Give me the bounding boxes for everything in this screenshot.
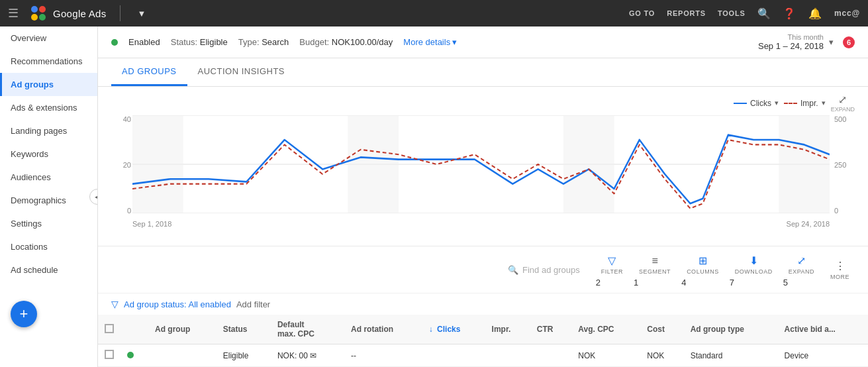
- row-avg-cpc: NOK: [571, 344, 640, 367]
- row-default-max-cpc: NOK: 00 ✉: [271, 344, 344, 367]
- download-button[interactable]: ⬇ DOWNLOAD: [730, 252, 778, 278]
- sidebar-item-ad-groups[interactable]: Ad groups: [0, 73, 97, 96]
- row-status-dot-cell: [121, 344, 148, 367]
- search-box[interactable]: 🔍 Find ad groups: [508, 265, 580, 275]
- sidebar-item-overview[interactable]: Overview: [0, 26, 97, 50]
- filter-button[interactable]: ▽ FILTER: [596, 252, 628, 278]
- row-status: Eligible: [217, 344, 271, 367]
- th-ad-group-type[interactable]: Ad group type: [684, 315, 778, 344]
- row-checkbox[interactable]: [105, 350, 114, 359]
- sidebar-item-ad-schedule[interactable]: Ad schedule: [0, 258, 97, 282]
- search-placeholder: Find ad groups: [522, 265, 580, 275]
- sidebar-item-keywords[interactable]: Keywords: [0, 142, 97, 166]
- sidebar: OverviewRecommendationsAd groupsAds & ex…: [0, 26, 98, 367]
- fab-button[interactable]: +: [11, 301, 37, 327]
- th-active-bid[interactable]: Active bid a...: [778, 315, 868, 344]
- th-impr[interactable]: Impr.: [485, 315, 530, 344]
- search-icon[interactable]: 🔍: [757, 7, 771, 20]
- sidebar-item-recommendations[interactable]: Recommendations: [0, 50, 97, 73]
- sidebar-item-demographics[interactable]: Demographics: [0, 189, 97, 212]
- svg-rect-8: [348, 115, 399, 213]
- tab-ad-groups[interactable]: AD GROUPS: [111, 58, 187, 86]
- tools-link[interactable]: TOOLS: [718, 9, 746, 17]
- campaign-arrow-icon: ▼: [138, 9, 146, 19]
- chart-svg: [132, 115, 830, 213]
- row-ad-group: [148, 344, 217, 367]
- segment-number-badge: 1: [634, 278, 638, 288]
- legend-impr[interactable]: Impr. ▾: [784, 99, 826, 108]
- campaign-dropdown[interactable]: ▼: [134, 9, 146, 19]
- goto-link[interactable]: GO TO: [629, 9, 655, 17]
- row-checkbox-cell[interactable]: [98, 344, 121, 367]
- row-ad-group-type: Standard: [684, 344, 778, 367]
- tabs-row: AD GROUPSAUCTION INSIGHTS: [98, 58, 868, 87]
- th-checkbox[interactable]: [98, 315, 121, 344]
- th-avg-cpc[interactable]: Avg. CPC: [571, 315, 640, 344]
- th-status[interactable]: Status: [217, 315, 271, 344]
- table-row: EligibleNOK: 00 ✉--NOKNOKStandardDevice: [98, 344, 868, 367]
- sidebar-item-audiences[interactable]: Audiences: [0, 166, 97, 189]
- more-icon: ⋮: [835, 260, 845, 272]
- sidebar-item-locations[interactable]: Locations: [0, 235, 97, 258]
- sidebar-item-settings[interactable]: Settings: [0, 212, 97, 235]
- sidebar-item-ads---extensions[interactable]: Ads & extensions: [0, 96, 97, 119]
- th-ad-rotation[interactable]: Ad rotation: [344, 315, 422, 344]
- chart-start-date: Sep 1, 2018: [132, 220, 171, 228]
- tab-auction-insights[interactable]: AUCTION INSIGHTS: [187, 58, 296, 86]
- legend-clicks[interactable]: Clicks ▾: [734, 99, 779, 108]
- reports-link[interactable]: REPORTS: [667, 9, 706, 17]
- th-ad-group[interactable]: Ad group: [148, 315, 217, 344]
- th-cost[interactable]: Cost: [640, 315, 683, 344]
- avatar-text[interactable]: mcc@: [834, 9, 860, 18]
- status-label: Status: Eligible: [171, 37, 228, 47]
- more-button[interactable]: ⋮ MORE: [825, 257, 855, 283]
- th-clicks[interactable]: ↓ Clicks: [422, 315, 485, 344]
- segment-btn-wrapper: ≡ SEGMENT 1: [634, 252, 676, 288]
- type-label: Type: Search: [238, 37, 289, 47]
- chart-end-date: Sep 24, 2018: [787, 220, 830, 228]
- svg-rect-10: [779, 115, 830, 213]
- segment-button[interactable]: ≡ SEGMENT: [634, 252, 676, 278]
- more-details-link[interactable]: More details ▾: [403, 37, 457, 47]
- header-checkbox[interactable]: [105, 324, 114, 333]
- expand-number-badge: 5: [783, 278, 788, 288]
- columns-number-badge: 4: [681, 278, 686, 288]
- filter-icon: ▽: [608, 254, 616, 267]
- budget-label: Budget: NOK100.00/day: [299, 37, 393, 47]
- main-layout: OverviewRecommendationsAd groupsAds & ex…: [0, 26, 868, 367]
- svg-point-0: [31, 6, 38, 13]
- expand-icon: ⤢: [797, 254, 806, 267]
- svg-point-3: [39, 14, 46, 21]
- chart-expand-button[interactable]: ⤢ EXPAND: [831, 93, 855, 113]
- status-circle: [127, 352, 134, 358]
- date-range-display: This month Sep 1 – 24, 2018: [758, 33, 824, 51]
- th-default-cpc[interactable]: Defaultmax. CPC: [271, 315, 344, 344]
- number-badge: 6: [843, 36, 855, 48]
- hamburger-icon[interactable]: ☰: [8, 6, 19, 21]
- row-cost: NOK: [640, 344, 683, 367]
- svg-point-1: [39, 6, 46, 13]
- row-impr: [485, 344, 530, 367]
- bell-icon[interactable]: 🔔: [808, 7, 822, 20]
- th-status-dot: [121, 315, 148, 344]
- expand-label: EXPAND: [789, 268, 814, 275]
- row-ad-rotation: --: [344, 344, 422, 367]
- segment-icon: ≡: [651, 255, 657, 267]
- filter-bar: ▽ Ad group status: All enabled Add filte…: [98, 293, 868, 315]
- table-header-row: Ad group Status Defaultmax. CPC Ad rotat…: [98, 315, 868, 344]
- chart-area: Clicks ▾ Impr. ▾ ⤢ EXPAND 40 20: [98, 87, 868, 246]
- columns-button[interactable]: ⊞ COLUMNS: [681, 252, 724, 278]
- campaign-info-bar: Enabled Status: Eligible Type: Search Bu…: [98, 26, 868, 58]
- add-filter-link[interactable]: Add filter: [236, 299, 270, 309]
- google-logo: [29, 4, 48, 23]
- chart-wrapper: 40 20 0 500 250 0: [111, 115, 855, 228]
- header-divider: [120, 5, 121, 21]
- help-icon[interactable]: ❓: [783, 7, 796, 20]
- sidebar-item-landing-pages[interactable]: Landing pages: [0, 119, 97, 142]
- download-number-badge: 7: [730, 278, 734, 288]
- svg-point-2: [31, 14, 38, 21]
- expand-button[interactable]: ⤢ EXPAND: [783, 252, 820, 278]
- th-ctr[interactable]: CTR: [530, 315, 572, 344]
- logo-text: Google Ads: [53, 8, 107, 19]
- date-dropdown-icon[interactable]: ▾: [829, 37, 834, 47]
